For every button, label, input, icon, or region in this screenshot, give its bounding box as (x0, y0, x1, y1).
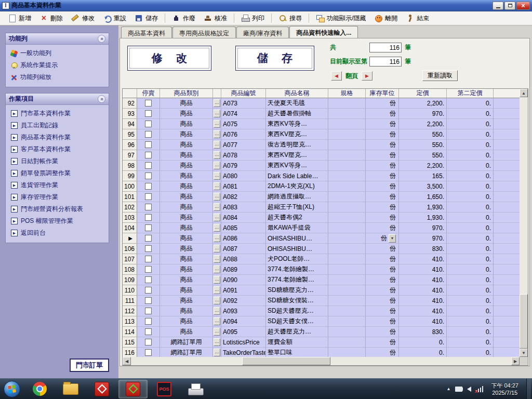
lookup-button[interactable]: … (214, 99, 220, 107)
stop-sell-checkbox[interactable] (145, 318, 152, 325)
table-row[interactable]: ▶114 商品 … A095 超天醬壓克力… 份▼ 830. 0. (123, 327, 520, 337)
column-header-price[interactable]: 定價 (399, 89, 447, 98)
lookup-button[interactable]: … (214, 349, 220, 356)
close-button[interactable]: × (516, 2, 530, 10)
table-row[interactable]: ▶95 商品 … A076 東西KV壓克… 份▼ 550. 0. (123, 129, 520, 140)
toolbar-approve-button[interactable]: 核准 (200, 12, 231, 24)
horizontal-scrollbar[interactable]: ◀ ▶ (123, 357, 520, 365)
table-row[interactable]: ▶104 商品 … A085 最KAWA手提袋 份▼ 970. 0. (123, 223, 520, 233)
stop-sell-checkbox[interactable] (145, 141, 152, 148)
stop-sell-checkbox[interactable] (145, 224, 152, 231)
toolbar-toggle-panels-button[interactable]: 功能顯示/隱藏 (312, 12, 369, 24)
table-row[interactable]: ▶108 商品 … A089 3774.老師繪製… 份▼ 410. 0. (123, 264, 520, 275)
collapse-function-panel-button[interactable]: « (98, 35, 105, 43)
sidebar-item-general-functions[interactable]: 一般功能列 (9, 47, 107, 59)
column-header-spec[interactable]: 規格 (328, 89, 366, 98)
show-desktop-button[interactable] (526, 379, 531, 399)
lookup-button[interactable]: … (214, 234, 220, 242)
lookup-button[interactable]: … (214, 328, 220, 336)
lookup-button[interactable]: … (214, 286, 220, 294)
stop-sell-checkbox[interactable] (145, 131, 152, 138)
minimize-button[interactable] (493, 2, 503, 10)
toolbar-search-button[interactable]: 搜尋 (275, 12, 305, 24)
vertical-scroll-thumb[interactable] (520, 294, 528, 349)
lookup-button[interactable]: … (214, 307, 220, 315)
stop-sell-checkbox[interactable] (145, 193, 152, 200)
table-row[interactable]: ▶112 商品 … A093 SD超天醬壓克… 份▼ 410. 0. (123, 306, 520, 316)
total-count-field[interactable] (369, 43, 402, 52)
lookup-button[interactable]: … (214, 182, 220, 190)
lookup-button[interactable]: … (214, 265, 220, 273)
stop-sell-checkbox[interactable] (145, 266, 152, 273)
taskbar-chrome-button[interactable] (25, 380, 54, 398)
stop-sell-checkbox[interactable] (145, 204, 152, 210)
lookup-button[interactable]: … (214, 245, 220, 252)
stop-sell-checkbox[interactable] (145, 162, 152, 169)
lookup-button[interactable]: … (214, 162, 220, 169)
table-row[interactable]: ▶101 商品 … A082 網路過度攝取… 份▼ 1,650. 0. (123, 192, 520, 202)
start-button[interactable] (0, 379, 24, 399)
sidebar-item-function-zoom[interactable]: 功能列縮放 (9, 71, 107, 83)
sidebar-task-item[interactable]: ▶ 員工出勤記錄 (9, 119, 107, 131)
sidebar-task-item[interactable]: ▶ POS 權限管理作業 (9, 215, 107, 227)
toolbar-leave-button[interactable]: 離開 (370, 12, 401, 24)
lookup-button[interactable]: … (214, 203, 220, 211)
modify-button[interactable]: 修 改 (127, 46, 211, 71)
stop-sell-checkbox[interactable] (145, 172, 152, 179)
taskbar-clock[interactable]: 下午 04:27 2025/7/15 (488, 382, 522, 396)
table-row[interactable]: ▶115 網路訂單用 … LotisticsPrice 運費金額 份▼ 0. 0… (123, 337, 520, 348)
stop-sell-checkbox[interactable] (145, 100, 152, 107)
toolbar-exit-button[interactable]: 結束 (402, 12, 433, 24)
toolbar-void-button[interactable]: 作廢 (168, 12, 199, 24)
table-row[interactable]: ▶102 商品 … A083 超縮王子T恤(XL) 份▼ 1,930. 0. (123, 202, 520, 212)
toolbar-delete-button[interactable]: 刪除 (36, 12, 66, 24)
tab-vendor-stock[interactable]: 廠商/庫存資料 (236, 26, 289, 38)
stop-sell-checkbox[interactable] (145, 276, 152, 283)
table-row[interactable]: ▶96 商品 … A077 復古透明壓克… 份▼ 550. 0. (123, 140, 520, 150)
table-row[interactable]: ▶98 商品 … A079 東西KV等身… 份▼ 2,200. 0. (123, 161, 520, 171)
sidebar-task-item[interactable]: ▶ 銷單發票調整作業 (9, 167, 107, 179)
lookup-button[interactable]: … (214, 120, 220, 128)
toolbar-print-button[interactable]: 列印 (237, 12, 268, 24)
vertical-scrollbar[interactable]: ▲ ▼ (520, 89, 528, 365)
table-row[interactable]: ▶ 商品 … A086 OHISASHIBU… 份▼ 970. 0. (123, 233, 520, 244)
stop-sell-checkbox[interactable] (145, 297, 152, 304)
sidebar-task-item[interactable]: ▶ 客戶基本資料作業 (9, 143, 107, 155)
taskbar-pos-button[interactable]: POS (150, 380, 179, 398)
table-row[interactable]: ▶110 商品 … A091 SD糖糖壓克力… 份▼ 410. 0. (123, 285, 520, 296)
stop-sell-checkbox[interactable] (145, 152, 152, 158)
taskbar-printer-button[interactable] (181, 380, 210, 398)
sidebar-task-item[interactable]: ▶ 商品基本資料作業 (9, 131, 107, 143)
shown-count-field[interactable] (369, 57, 402, 66)
toolbar-reset-button[interactable]: 重設 (99, 12, 130, 24)
sidebar-task-item[interactable]: ▶ 門市基本資料作業 (9, 108, 107, 119)
lookup-button[interactable]: … (214, 276, 220, 284)
stop-sell-checkbox[interactable] (145, 349, 152, 356)
lookup-button[interactable]: … (214, 338, 220, 346)
taskbar-folder-button[interactable] (56, 380, 85, 398)
horizontal-scroll-thumb[interactable] (242, 357, 330, 365)
toolbar-new-button[interactable]: 新增 (4, 12, 35, 24)
lookup-button[interactable]: … (214, 151, 220, 159)
column-header-code[interactable]: 商品編號 (221, 89, 266, 98)
hidden-icons-button[interactable]: ▲ (446, 387, 450, 391)
stop-sell-checkbox[interactable] (145, 110, 152, 117)
volume-icon[interactable] (467, 387, 471, 392)
table-row[interactable]: ▶97 商品 … A078 東西KV壓克… 份▼ 550. 0. (123, 150, 520, 161)
lookup-button[interactable]: … (214, 110, 220, 117)
stop-sell-checkbox[interactable] (145, 245, 152, 252)
stop-sell-checkbox[interactable] (145, 287, 152, 294)
stop-sell-checkbox[interactable] (145, 121, 152, 127)
lookup-button[interactable]: … (214, 193, 220, 201)
save-button[interactable]: 儲 存 (235, 46, 314, 71)
sidebar-task-item[interactable]: ▶ 進貨管理作業 (9, 179, 107, 191)
lookup-button[interactable]: … (214, 297, 220, 304)
lookup-button[interactable]: … (214, 141, 220, 149)
table-row[interactable]: ▶109 商品 … A090 3774.老師繪製… 份▼ 410. 0. (123, 275, 520, 285)
column-header-rownum[interactable] (123, 89, 137, 98)
stop-sell-checkbox[interactable] (145, 339, 152, 345)
stop-sell-checkbox[interactable] (145, 328, 152, 335)
table-row[interactable]: ▶107 商品 … A088 犬POOL老師… 份▼ 410. 0. (123, 254, 520, 264)
stop-sell-checkbox[interactable] (145, 308, 152, 314)
network-icon[interactable]: × (476, 386, 483, 392)
